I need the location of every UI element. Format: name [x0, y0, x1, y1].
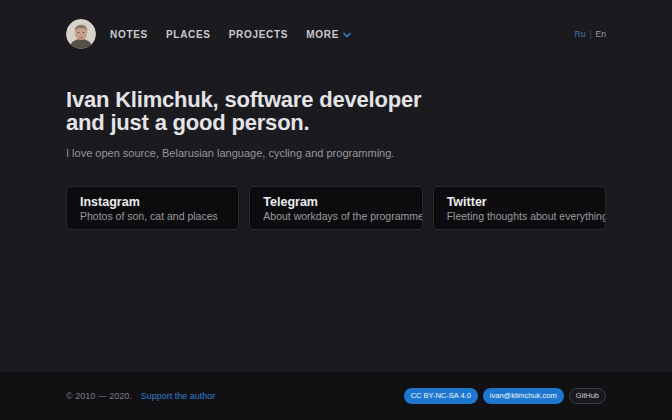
card-description: Photos of son, cat and places — [80, 210, 225, 223]
nav-item-more[interactable]: MORE — [306, 29, 351, 40]
card-title: Twitter — [447, 194, 592, 210]
top-nav: NOTES PLACES PROJECTS MORE Ru | En — [66, 19, 606, 49]
page-title-line1: Ivan Klimchuk, software developer — [66, 88, 606, 111]
lang-en-current: En — [596, 29, 606, 39]
avatar[interactable] — [66, 19, 96, 49]
email-badge[interactable]: ivan@klimchuk.com — [483, 388, 564, 404]
support-author-link[interactable]: Support the author — [141, 391, 216, 401]
page-title: Ivan Klimchuk, software developer and ju… — [66, 88, 606, 134]
card-telegram[interactable]: Telegram About workdays of the programme… — [249, 186, 422, 230]
footer-badges: CC BY-NC-SA 4.0 ivan@klimchuk.com GitHub — [404, 388, 606, 404]
hero-section: Ivan Klimchuk, software developer and ju… — [66, 88, 606, 159]
card-instagram[interactable]: Instagram Photos of son, cat and places — [66, 186, 239, 230]
nav-item-more-label: MORE — [306, 29, 339, 40]
nav-item-notes[interactable]: NOTES — [110, 29, 148, 40]
github-badge[interactable]: GitHub — [569, 388, 606, 404]
card-twitter[interactable]: Twitter Fleeting thoughts about everythi… — [433, 186, 606, 230]
avatar-photo-icon — [66, 19, 96, 49]
social-cards: Instagram Photos of son, cat and places … — [66, 186, 606, 230]
copyright-text: © 2010 — 2020. — [66, 391, 132, 401]
nav-item-projects[interactable]: PROJECTS — [229, 29, 289, 40]
lang-ru-link[interactable]: Ru — [575, 29, 586, 39]
hero-subtitle: I love open source, Belarusian language,… — [66, 147, 606, 159]
footer: © 2010 — 2020. Support the author CC BY-… — [0, 372, 672, 420]
card-title: Instagram — [80, 194, 225, 210]
card-description: Fleeting thoughts about everything — [447, 210, 592, 223]
lang-separator: | — [589, 29, 591, 39]
chevron-down-icon — [343, 32, 351, 38]
page-title-line2: and just a good person. — [66, 111, 606, 134]
language-switcher: Ru | En — [575, 29, 607, 39]
nav-item-places[interactable]: PLACES — [166, 29, 211, 40]
card-description: About workdays of the programmer — [263, 210, 408, 223]
license-badge[interactable]: CC BY-NC-SA 4.0 — [404, 388, 478, 404]
footer-left: © 2010 — 2020. Support the author — [66, 391, 215, 401]
nav-links: NOTES PLACES PROJECTS MORE — [110, 29, 351, 40]
card-title: Telegram — [263, 194, 408, 210]
